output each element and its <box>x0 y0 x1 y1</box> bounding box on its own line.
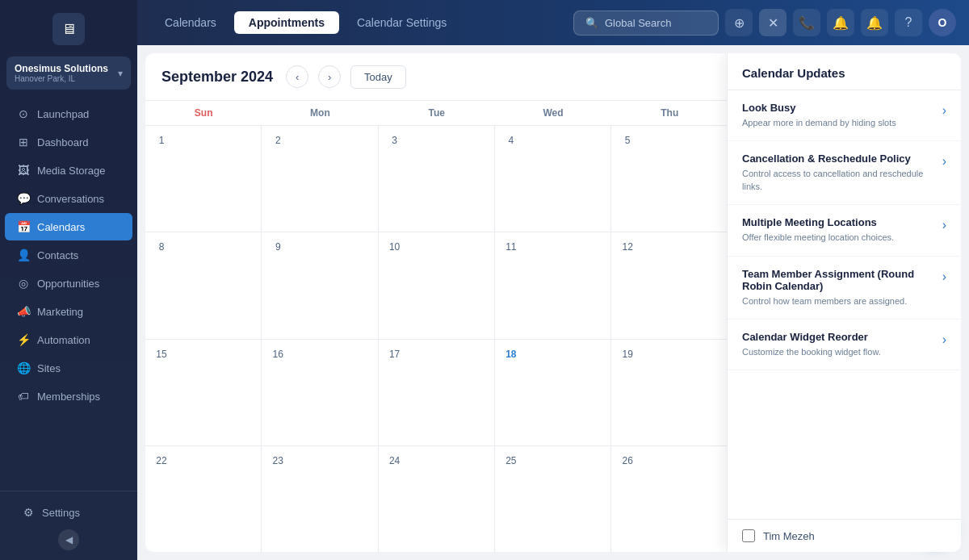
company-location: Hanover Park, IL <box>15 74 108 83</box>
table-row[interactable]: 24 <box>379 446 495 552</box>
table-row[interactable]: 12 <box>611 232 728 338</box>
table-row[interactable]: 18 <box>495 340 611 445</box>
avatar-button[interactable]: O <box>929 9 956 36</box>
topbar: Calendars Appointments Calendar Settings… <box>137 0 969 45</box>
layers-icon-button[interactable]: ⊕ <box>725 9 753 36</box>
panel-item-look-busy[interactable]: Look Busy Appear more in demand by hidin… <box>728 90 961 141</box>
arrow-icon-look-busy: › <box>942 103 946 118</box>
sidebar-item-marketing[interactable]: 📣 Marketing <box>5 298 132 325</box>
tab-appointments[interactable]: Appointments <box>234 11 339 34</box>
panel-item-title-look-busy: Look Busy <box>742 102 936 114</box>
company-info: Onesimus Solutions Hanover Park, IL <box>15 63 108 83</box>
sidebar-label-memberships: Memberships <box>37 391 100 403</box>
table-row[interactable]: 1 <box>145 126 262 232</box>
user-filter-name: Tim Mezeh <box>763 530 815 542</box>
notification-icon-button[interactable]: 🔔 <box>827 9 854 36</box>
table-row[interactable]: 23 <box>262 446 378 552</box>
sidebar-label-media: Media Storage <box>37 165 106 177</box>
topbar-tabs: Calendars Appointments Calendar Settings <box>150 11 461 34</box>
sidebar-label-sites: Sites <box>37 362 61 374</box>
table-row[interactable]: 26 <box>611 446 728 552</box>
table-row[interactable]: 2 <box>262 126 378 232</box>
calendar-wrapper: September 2024 ‹ › Today ☀ Day Sun Mon T… <box>145 53 961 552</box>
panel-items-list: Look Busy Appear more in demand by hidin… <box>728 90 961 519</box>
panel-title: Calendar Updates <box>728 53 961 90</box>
sidebar-item-calendars[interactable]: 📅 Calendars <box>5 213 132 240</box>
sidebar-footer: ⚙ Settings ◀ <box>0 491 137 560</box>
panel-item-content-robin: Team Member Assignment (Round Robin Cale… <box>742 268 936 307</box>
sidebar-item-settings[interactable]: ⚙ Settings <box>10 499 128 526</box>
table-row[interactable]: 5 <box>611 126 728 232</box>
sidebar-item-automation[interactable]: ⚡ Automation <box>5 326 132 353</box>
table-row[interactable]: 25 <box>495 446 611 552</box>
table-row[interactable]: 15 <box>145 340 262 445</box>
bell-icon-button[interactable]: 🔔 <box>861 9 888 36</box>
close-icon-button[interactable]: ✕ <box>759 9 787 36</box>
tab-calendars[interactable]: Calendars <box>150 11 231 34</box>
panel-item-multiple-locations[interactable]: Multiple Meeting Locations Offer flexibl… <box>728 205 961 256</box>
help-icon-button[interactable]: ? <box>895 9 922 36</box>
sidebar-label-automation: Automation <box>37 334 90 346</box>
sidebar-item-opportunities[interactable]: ◎ Opportunities <box>5 270 132 297</box>
day-label-mon: Mon <box>262 101 378 125</box>
sidebar-item-launchpad[interactable]: ⊙ Launchpad <box>5 100 132 127</box>
memberships-icon: 🏷 <box>16 390 31 403</box>
tab-calendar-settings[interactable]: Calendar Settings <box>342 11 461 34</box>
table-row[interactable]: 19 <box>611 340 728 445</box>
sidebar-label-launchpad: Launchpad <box>37 108 89 120</box>
phone-icon-button[interactable]: 📞 <box>793 9 820 36</box>
settings-icon: ⚙ <box>21 506 36 519</box>
table-row[interactable]: 3 <box>379 126 495 232</box>
table-row[interactable]: 8 <box>145 232 262 338</box>
prev-month-button[interactable]: ‹ <box>286 65 308 88</box>
global-search-button[interactable]: 🔍 Global Search <box>573 10 719 36</box>
sidebar-item-memberships[interactable]: 🏷 Memberships <box>5 382 132 410</box>
sidebar-item-sites[interactable]: 🌐 Sites <box>5 354 132 382</box>
arrow-icon-widget: › <box>942 332 946 347</box>
calendar-title: September 2024 <box>162 69 273 86</box>
panel-item-widget-reorder[interactable]: Calendar Widget Reorder Customize the bo… <box>728 320 961 370</box>
panel-item-desc-cancellation: Control access to cancellation and resch… <box>742 168 936 193</box>
table-row[interactable]: 22 <box>145 446 262 552</box>
panel-item-desc-locations: Offer flexible meeting location choices. <box>742 232 936 244</box>
day-label-thu: Thu <box>611 101 728 125</box>
company-selector[interactable]: Onesimus Solutions Hanover Park, IL ▾ <box>6 56 131 90</box>
panel-item-desc-widget: Customize the booking widget flow. <box>742 346 936 358</box>
user-filter-checkbox[interactable] <box>742 529 755 542</box>
search-icon: 🔍 <box>585 17 598 29</box>
table-row[interactable]: 17 <box>379 340 495 445</box>
company-name: Onesimus Solutions <box>15 63 108 74</box>
collapse-sidebar-button[interactable]: ◀ <box>58 529 79 550</box>
day-label-wed: Wed <box>495 101 611 125</box>
sidebar-label-opportunities: Opportunities <box>37 278 99 290</box>
sidebar-item-dashboard[interactable]: ⊞ Dashboard <box>5 128 132 156</box>
dashboard-icon: ⊞ <box>16 136 31 148</box>
table-row[interactable]: 16 <box>262 340 378 445</box>
table-row[interactable]: 10 <box>379 232 495 338</box>
sidebar-label-calendars: Calendars <box>37 221 85 233</box>
panel-item-desc-robin: Control how team members are assigned. <box>742 295 936 307</box>
panel-item-title-locations: Multiple Meeting Locations <box>742 216 936 228</box>
panel-item-title-cancellation: Cancellation & Reschedule Policy <box>742 153 936 165</box>
panel-item-cancellation[interactable]: Cancellation & Reschedule Policy Control… <box>728 141 961 205</box>
sidebar-item-media-storage[interactable]: 🖼 Media Storage <box>5 157 132 184</box>
sidebar-item-contacts[interactable]: 👤 Contacts <box>5 241 132 269</box>
panel-item-title-widget: Calendar Widget Reorder <box>742 331 936 343</box>
marketing-icon: 📣 <box>16 305 31 318</box>
next-month-button[interactable]: › <box>318 65 341 88</box>
table-row[interactable]: 4 <box>495 126 611 232</box>
panel-item-content-locations: Multiple Meeting Locations Offer flexibl… <box>742 216 936 244</box>
sidebar-item-conversations[interactable]: 💬 Conversations <box>5 185 132 212</box>
panel-item-round-robin[interactable]: Team Member Assignment (Round Robin Cale… <box>728 257 961 320</box>
sidebar-label-contacts: Contacts <box>37 249 78 261</box>
table-row[interactable]: 9 <box>262 232 378 338</box>
today-button[interactable]: Today <box>350 65 406 89</box>
sidebar: 🖥 Onesimus Solutions Hanover Park, IL ▾ … <box>0 0 137 560</box>
panel-footer: Tim Mezeh <box>728 519 961 552</box>
conversations-icon: 💬 <box>16 192 31 205</box>
contacts-icon: 👤 <box>16 249 31 261</box>
chevron-down-icon: ▾ <box>118 68 123 79</box>
main-content: Calendars Appointments Calendar Settings… <box>137 0 969 560</box>
updates-panel: Calendar Updates Look Busy Appear more i… <box>727 53 961 552</box>
table-row[interactable]: 11 <box>495 232 611 338</box>
